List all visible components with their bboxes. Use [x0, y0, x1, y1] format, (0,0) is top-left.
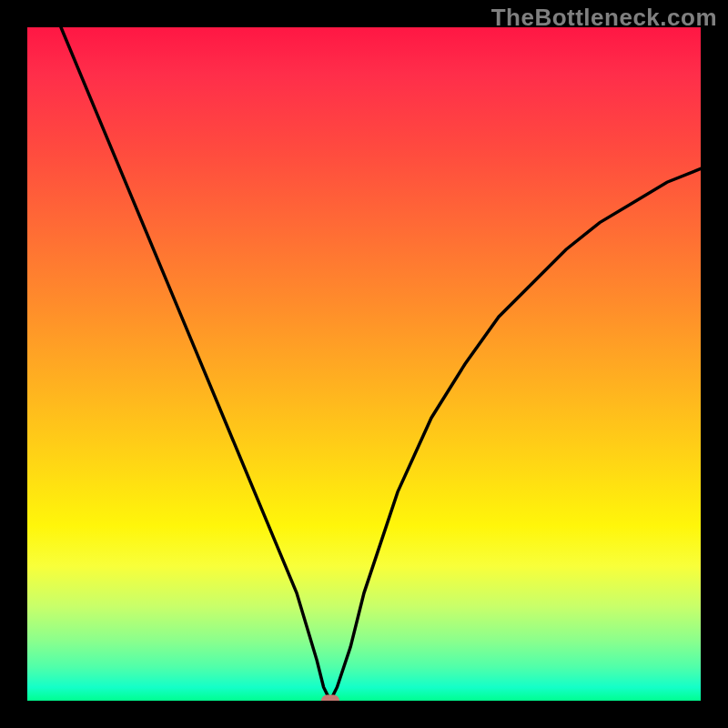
- plot-area: [27, 27, 701, 701]
- watermark-text: TheBottleneck.com: [491, 4, 717, 32]
- chart-container: TheBottleneck.com: [0, 0, 728, 728]
- curve-svg: [27, 27, 701, 701]
- bottleneck-curve: [61, 27, 701, 701]
- minimum-marker: [321, 695, 339, 702]
